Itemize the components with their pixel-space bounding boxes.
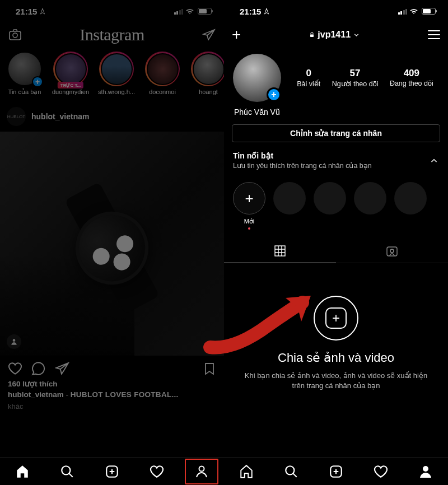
tagged-icon: [385, 244, 399, 258]
create-post-icon[interactable]: +: [314, 296, 358, 341]
tab-profile[interactable]: [409, 459, 442, 484]
profile-header: + jvp1411: [224, 22, 448, 47]
story-item[interactable]: TRỰC T... duongmydien: [52, 52, 90, 96]
tab-new-post[interactable]: [319, 459, 353, 484]
highlight-placeholder: [314, 182, 346, 230]
highlight-placeholder: [273, 182, 306, 230]
wifi-icon: [409, 8, 418, 15]
tab-activity[interactable]: [140, 459, 174, 484]
like-icon[interactable]: [8, 361, 22, 376]
tab-search[interactable]: [274, 459, 308, 484]
camera-icon[interactable]: [8, 28, 22, 41]
highlight-new[interactable]: + Mới: [233, 182, 265, 230]
add-story-badge[interactable]: +: [267, 87, 281, 102]
tab-bar: [224, 457, 448, 485]
highlights-title: Tin nổi bật: [233, 151, 372, 160]
status-bar: 21:15: [0, 0, 224, 22]
grid-icon: [273, 244, 287, 258]
battery-icon: [198, 8, 212, 15]
svg-rect-6: [310, 35, 314, 38]
menu-icon[interactable]: [428, 30, 440, 39]
discover-people-icon[interactable]: +: [232, 26, 241, 44]
battery-icon: [422, 8, 436, 15]
empty-body: Khi bạn chia sẻ ảnh và video, ảnh và vid…: [235, 371, 437, 391]
highlights-tray[interactable]: + Mới: [224, 174, 448, 234]
svg-point-10: [286, 466, 294, 474]
status-time: 21:15: [16, 7, 37, 16]
highlights-subtitle: Lưu tin yêu thích trên trang cá nhân của…: [233, 161, 372, 170]
story-item[interactable]: doconmoi: [143, 52, 181, 96]
signal-icon: [398, 8, 408, 15]
profile-stats-row: + 0Bài viết 57Người theo dõi 409Đang the…: [224, 47, 448, 106]
tab-tagged[interactable]: [336, 239, 448, 263]
profile-content-tabs: [224, 239, 448, 263]
story-label: hoangt: [199, 88, 218, 95]
post-likes[interactable]: 160 lượt thích: [0, 379, 224, 388]
post-author-name[interactable]: hublot_vietnam: [31, 112, 89, 121]
story-item[interactable]: sth.wrong.h...: [97, 52, 136, 96]
edit-profile-button[interactable]: Chỉnh sửa trang cá nhân: [232, 124, 440, 142]
svg-point-1: [13, 33, 17, 38]
profile-screen: 21:15 + jvp1411 + 0Bài viết 57Người theo…: [224, 0, 448, 485]
story-item[interactable]: hoangt: [189, 52, 224, 96]
svg-point-12: [423, 466, 428, 472]
tab-home[interactable]: [230, 459, 263, 484]
tab-profile[interactable]: [185, 459, 218, 484]
story-label: duongmydien: [52, 88, 89, 95]
highlight-placeholder: [394, 182, 427, 230]
feed-screen: 21:15 Instagram + Tin của bạn TRỰC T... …: [0, 0, 224, 485]
tab-home[interactable]: [6, 459, 39, 484]
wifi-icon: [185, 8, 194, 15]
badge-dot: [248, 227, 250, 230]
post-actions: [0, 356, 224, 379]
status-time: 21:15: [240, 7, 261, 16]
profile-display-name: Phúc Văn Vũ: [224, 106, 448, 122]
post-image[interactable]: [0, 132, 224, 356]
empty-title: Chia sẻ ảnh và video: [235, 351, 437, 365]
story-label: Tin của bạn: [8, 88, 41, 96]
svg-point-3: [62, 466, 70, 474]
highlight-placeholder: [354, 182, 386, 230]
story-label: sth.wrong.h...: [98, 88, 135, 95]
svg-rect-7: [275, 246, 285, 256]
stat-followers[interactable]: 57Người theo dõi: [332, 68, 379, 88]
story-your-story[interactable]: + Tin của bạn: [6, 52, 44, 96]
save-icon[interactable]: [203, 361, 216, 376]
svg-rect-8: [387, 247, 397, 256]
feed-header: Instagram: [0, 22, 224, 47]
tab-activity[interactable]: [364, 459, 398, 484]
story-label: doconmoi: [149, 88, 176, 95]
live-badge: TRỰC T...: [58, 82, 83, 88]
share-icon[interactable]: [55, 361, 69, 376]
messages-icon[interactable]: [202, 28, 216, 41]
svg-point-5: [199, 466, 204, 471]
caption-more[interactable]: khác: [0, 401, 224, 412]
stories-tray[interactable]: + Tin của bạn TRỰC T... duongmydien sth.…: [0, 47, 224, 101]
add-story-badge: +: [32, 76, 43, 87]
tab-new-post[interactable]: [95, 459, 129, 484]
comment-icon[interactable]: [31, 361, 46, 376]
chevron-down-icon: [353, 31, 360, 39]
empty-profile-state: + Chia sẻ ảnh và video Khi bạn chia sẻ ả…: [224, 263, 448, 391]
lock-icon: [309, 31, 315, 38]
post-header[interactable]: HUBLOT hublot_vietnam: [0, 101, 224, 132]
svg-point-2: [13, 339, 16, 342]
stat-posts[interactable]: 0Bài viết: [297, 68, 320, 88]
tab-bar: [0, 457, 224, 485]
instagram-logo: Instagram: [80, 25, 144, 44]
status-bar: 21:15: [224, 0, 448, 22]
svg-point-9: [390, 249, 394, 253]
profile-avatar[interactable]: +: [233, 54, 281, 102]
post-author-avatar[interactable]: HUBLOT: [7, 107, 26, 126]
stat-following[interactable]: 409Đang theo dõi: [390, 68, 433, 88]
chevron-up-icon[interactable]: [429, 156, 439, 166]
tab-grid[interactable]: [224, 239, 336, 263]
tab-search[interactable]: [50, 459, 84, 484]
signal-icon: [174, 8, 184, 15]
highlights-section: Tin nổi bật Lưu tin yêu thích trên trang…: [224, 142, 448, 174]
post-caption[interactable]: hublot_vietnam - HUBLOT LOVES FOOTBAL...: [0, 388, 224, 401]
username-dropdown[interactable]: jvp1411: [309, 30, 360, 40]
tagged-people-icon[interactable]: [7, 334, 21, 349]
